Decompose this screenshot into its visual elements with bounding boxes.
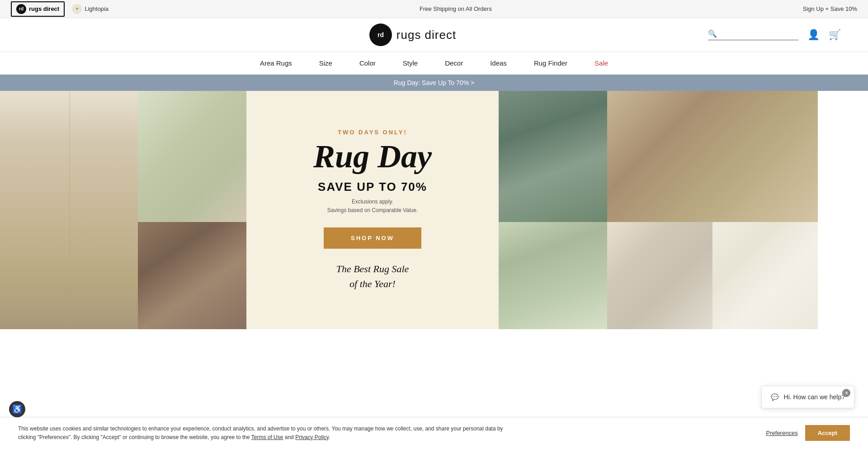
nav-decor[interactable]: Decor [445,59,463,67]
header-actions: 🔍 👤 🛒 [708,29,841,41]
door-entryway-image [607,222,712,329]
rugs-direct-brand-tab[interactable]: rd rugs direct [11,1,65,17]
promo-bar[interactable]: Rug Day: Save Up To 70% > [0,75,868,91]
bathroom-image [499,91,607,222]
header: rd rugs direct 🔍 👤 🛒 [0,18,868,52]
logo-text: rugs direct [396,28,456,42]
hero-promo: TWO DAYS ONLY! Rug Day SAVE UP TO 70% Ex… [246,91,499,329]
cart-icon[interactable]: 🛒 [829,29,841,41]
nav-color[interactable]: Color [359,59,376,67]
top-bar-promo: Free Shipping on All Orders [420,5,492,12]
account-icon[interactable]: 👤 [807,29,820,41]
search-bar[interactable]: 🔍 [708,29,798,40]
lightopia-brand-tab[interactable]: ☀ Lightopia [72,4,108,14]
nav-rug-finder[interactable]: Rug Finder [534,59,567,67]
promo-subtitle: SAVE UP TO 70% [318,180,427,194]
logo-icon: rd [369,24,392,46]
rugs-direct-logo-icon: rd [16,4,26,14]
nav-area-rugs[interactable]: Area Rugs [260,59,292,67]
promo-fine-print: Exclusions apply. Savings based on Compa… [327,198,418,215]
lightopia-logo-icon: ☀ [72,4,82,14]
lightopia-brand-label: Lightopia [85,5,108,12]
search-icon: 🔍 [708,29,717,38]
top-bar-brands: rd rugs direct ☀ Lightopia [11,1,108,17]
living-room-image-1 [138,91,246,222]
rugs-direct-brand-label: rugs direct [29,5,59,12]
promo-eyebrow: TWO DAYS ONLY! [338,129,407,136]
promo-title: Rug Day [313,140,432,173]
promo-tagline: The Best Rug Sale of the Year! [336,261,409,291]
shop-now-button[interactable]: SHOP NOW [324,227,421,249]
main-nav: Area Rugs Size Color Style Decor Ideas R… [0,52,868,75]
search-input[interactable] [721,30,793,38]
nav-sale[interactable]: Sale [594,59,608,67]
signup-link[interactable]: Sign Up + Save 10% [803,5,857,12]
nav-style[interactable]: Style [403,59,418,67]
sideboard-image [712,222,818,329]
svg-text:rd: rd [377,31,384,38]
plants-entryway-image [499,222,607,329]
dining-floral-image [138,222,246,329]
dining-room-image [607,91,818,222]
nav-ideas[interactable]: Ideas [490,59,507,67]
hallway-image [0,91,138,329]
top-bar: rd rugs direct ☀ Lightopia Free Shipping… [0,0,868,18]
site-logo[interactable]: rd rugs direct [369,24,456,46]
hero-grid: TWO DAYS ONLY! Rug Day SAVE UP TO 70% Ex… [0,91,868,329]
nav-size[interactable]: Size [319,59,332,67]
